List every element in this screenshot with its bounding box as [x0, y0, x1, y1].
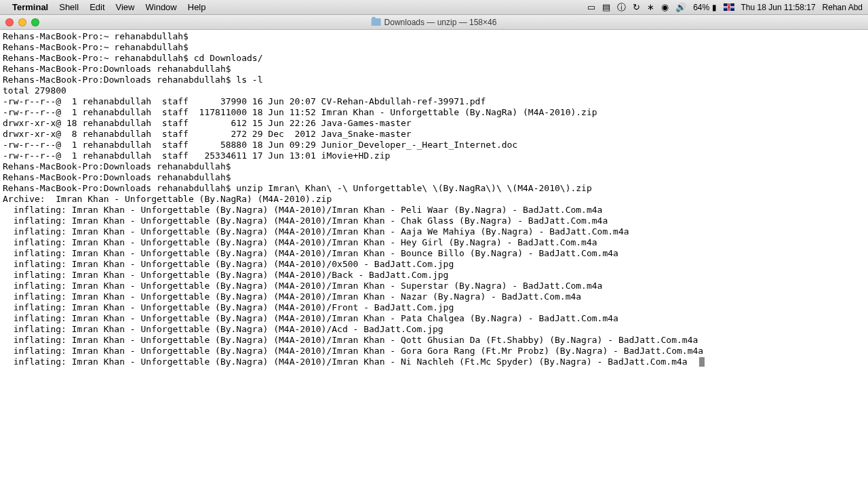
- time-machine-icon[interactable]: ↻: [633, 2, 640, 12]
- menu-help[interactable]: Help: [188, 2, 206, 12]
- terminal-line: Rehans-MacBook-Pro:Downloads rehanabdull…: [3, 183, 865, 194]
- terminal-line: -rw-r--r--@ 1 rehanabdullah staff 253346…: [3, 150, 865, 161]
- volume-icon[interactable]: 🔊: [675, 2, 686, 12]
- terminal-line: Rehans-MacBook-Pro:Downloads rehanabdull…: [3, 64, 865, 75]
- zoom-button[interactable]: [31, 18, 39, 26]
- wifi-icon[interactable]: ◉: [661, 2, 669, 12]
- terminal-line: inflating: Imran Khan - Unforgettable (B…: [3, 216, 865, 226]
- terminal-line: inflating: Imran Khan - Unforgettable (B…: [3, 205, 865, 216]
- input-source-flag-icon[interactable]: [724, 3, 734, 11]
- terminal-line: inflating: Imran Khan - Unforgettable (B…: [3, 357, 865, 367]
- terminal-line: drwxr-xr-x@ 8 rehanabdullah staff 272 29…: [3, 129, 865, 140]
- menubar-user[interactable]: Rehan Abd: [823, 3, 863, 12]
- terminal-line: inflating: Imran Khan - Unforgettable (B…: [3, 281, 865, 291]
- window-title: Downloads — unzip — 158×46: [372, 18, 497, 27]
- terminal-line: Rehans-MacBook-Pro:Downloads rehanabdull…: [3, 75, 865, 85]
- terminal-line: inflating: Imran Khan - Unforgettable (B…: [3, 324, 865, 335]
- terminal-line: inflating: Imran Khan - Unforgettable (B…: [3, 335, 865, 346]
- window-title-text: Downloads — unzip — 158×46: [384, 18, 497, 27]
- terminal-line: -rw-r--r--@ 1 rehanabdullah staff 117811…: [3, 107, 865, 118]
- menu-edit[interactable]: Edit: [90, 2, 104, 12]
- battery-percent: 64%: [693, 3, 709, 12]
- accessibility-icon[interactable]: ⓘ: [617, 1, 626, 14]
- window-titlebar[interactable]: Downloads — unzip — 158×46: [0, 15, 868, 30]
- terminal-line: inflating: Imran Khan - Unforgettable (B…: [3, 291, 865, 302]
- terminal-line: Rehans-MacBook-Pro:~ rehanabdullah$: [3, 31, 865, 42]
- terminal-line: inflating: Imran Khan - Unforgettable (B…: [3, 270, 865, 281]
- terminal-line: drwxr-xr-x@ 18 rehanabdullah staff 612 1…: [3, 118, 865, 129]
- terminal-line: inflating: Imran Khan - Unforgettable (B…: [3, 226, 865, 237]
- terminal-line: Rehans-MacBook-Pro:~ rehanabdullah$ cd D…: [3, 53, 865, 64]
- traffic-lights: [0, 18, 39, 26]
- bluetooth-icon[interactable]: ∗: [647, 2, 654, 12]
- menu-shell[interactable]: Shell: [59, 2, 79, 12]
- terminal-line: Archive: Imran Khan - Unforgettable (By.…: [3, 194, 865, 205]
- terminal-line: Rehans-MacBook-Pro:Downloads rehanabdull…: [3, 161, 865, 172]
- terminal-line: inflating: Imran Khan - Unforgettable (B…: [3, 313, 865, 324]
- terminal-line: total 279800: [3, 85, 865, 96]
- menu-window[interactable]: Window: [146, 2, 177, 12]
- terminal-line: inflating: Imran Khan - Unforgettable (B…: [3, 346, 865, 357]
- terminal-line: inflating: Imran Khan - Unforgettable (B…: [3, 248, 865, 259]
- menubar-clock[interactable]: Thu 18 Jun 11:58:17: [741, 3, 816, 12]
- terminal-line: inflating: Imran Khan - Unforgettable (B…: [3, 302, 865, 313]
- terminal-line: Rehans-MacBook-Pro:~ rehanabdullah$: [3, 42, 865, 53]
- screen-share-icon[interactable]: ▭: [587, 2, 595, 12]
- menu-view[interactable]: View: [116, 2, 135, 12]
- cursor: [699, 357, 705, 367]
- terminal-line: -rw-r--r--@ 1 rehanabdullah staff 37990 …: [3, 96, 865, 107]
- terminal-line: inflating: Imran Khan - Unforgettable (B…: [3, 237, 865, 248]
- terminal-line: -rw-r--r--@ 1 rehanabdullah staff 58880 …: [3, 140, 865, 150]
- app-name[interactable]: Terminal: [12, 2, 48, 12]
- terminal-content[interactable]: Rehans-MacBook-Pro:~ rehanabdullah$Rehan…: [0, 30, 868, 369]
- minimize-button[interactable]: [18, 18, 26, 26]
- terminal-line: Rehans-MacBook-Pro:Downloads rehanabdull…: [3, 172, 865, 183]
- battery-status[interactable]: 64% ▮: [693, 3, 716, 12]
- menubar: Terminal Shell Edit View Window Help ▭ ▤…: [0, 0, 868, 15]
- folder-icon: [372, 18, 381, 26]
- close-button[interactable]: [5, 18, 14, 26]
- display-icon[interactable]: ▤: [602, 2, 610, 12]
- terminal-line: inflating: Imran Khan - Unforgettable (B…: [3, 259, 865, 270]
